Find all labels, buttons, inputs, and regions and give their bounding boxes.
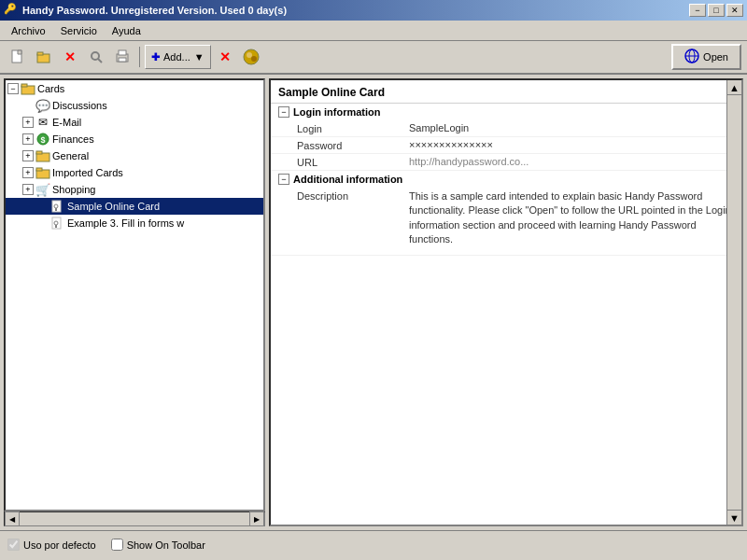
svg-rect-7 <box>119 58 126 62</box>
vscroll-track[interactable] <box>727 95 741 510</box>
hscroll-right[interactable]: ▶ <box>249 511 264 526</box>
section-login-label: Login information <box>293 106 380 118</box>
icon-discussions: 💬 <box>35 98 50 113</box>
show-on-toolbar-item[interactable]: Show On Toolbar <box>111 539 205 551</box>
right-panel: Sample Online Card − Login information L… <box>269 78 743 526</box>
tree-label-general: General <box>52 150 89 161</box>
main-area: − Cards 💬 Discussions + ✉ E-Mail <box>0 75 747 530</box>
toolbar-separator-1 <box>139 47 140 67</box>
tree-item-sample[interactable]: Sample Online Card <box>6 198 263 215</box>
svg-rect-24 <box>55 208 57 211</box>
tree-panel[interactable]: − Cards 💬 Discussions + ✉ E-Mail <box>4 78 265 511</box>
show-on-toolbar-label: Show On Toolbar <box>127 539 205 551</box>
add-dropdown-icon[interactable]: ▼ <box>194 51 204 63</box>
menu-ayuda[interactable]: Ayuda <box>105 23 148 38</box>
hscroll-track[interactable] <box>20 512 249 525</box>
show-on-toolbar-checkbox[interactable] <box>111 539 123 551</box>
svg-rect-15 <box>21 84 27 87</box>
section-additional-label: Additional information <box>293 174 402 185</box>
tree-item-cards[interactable]: − Cards <box>6 80 263 97</box>
app-icon: 🔑 <box>4 3 19 18</box>
svg-line-4 <box>98 59 102 63</box>
vscroll-bar[interactable]: ▲ ▼ <box>726 80 741 525</box>
tree-item-discussions[interactable]: 💬 Discussions <box>6 97 263 114</box>
open-icon <box>684 49 699 65</box>
tree-hscroll[interactable]: ◀ ▶ <box>4 511 265 526</box>
tree-item-imported[interactable]: + Imported Cards <box>6 164 263 181</box>
field-description-value: This is a sample card intended to explai… <box>409 189 734 247</box>
minimize-button[interactable]: − <box>689 4 706 17</box>
expand-login-icon[interactable]: − <box>278 106 289 118</box>
add-label: Add... <box>163 51 190 63</box>
use-by-default-item[interactable]: Uso por defecto <box>7 539 96 551</box>
menu-archivo[interactable]: Archivo <box>4 23 53 38</box>
print-button[interactable] <box>110 45 134 69</box>
field-description-label: Description <box>297 189 409 202</box>
card-title: Sample Online Card <box>271 80 741 104</box>
field-password-value: ×××××××××××××× <box>409 139 734 150</box>
tree-label-sample: Sample Online Card <box>67 201 160 212</box>
search-button[interactable] <box>84 45 108 69</box>
svg-point-10 <box>251 56 257 62</box>
icon-imported <box>35 165 50 180</box>
svg-point-9 <box>247 52 252 58</box>
title-bar-title: Handy Password. Unregistered Version. Us… <box>22 5 287 16</box>
section-login-header[interactable]: − Login information <box>271 104 741 120</box>
open-button[interactable]: Open <box>671 44 741 70</box>
field-url-label: URL <box>297 156 409 168</box>
expand-additional-icon[interactable]: − <box>278 174 289 185</box>
expand-finances[interactable]: + <box>22 133 34 145</box>
tree-item-example[interactable]: Example 3. Fill in forms w <box>6 215 263 231</box>
title-bar-buttons: − □ ✕ <box>689 4 743 17</box>
field-description: Description This is a sample card intend… <box>271 188 741 256</box>
delete-toolbar-button[interactable]: ✕ <box>58 45 82 69</box>
tree-label-shopping: Shopping <box>52 184 96 195</box>
expand-email[interactable]: + <box>22 117 34 128</box>
svg-rect-27 <box>55 225 57 228</box>
close-button[interactable]: ✕ <box>726 4 743 17</box>
vscroll-down[interactable]: ▼ <box>727 510 741 525</box>
use-by-default-checkbox[interactable] <box>7 539 20 551</box>
tree-item-finances[interactable]: + $ Finances <box>6 131 263 147</box>
tree-item-email[interactable]: + ✉ E-Mail <box>6 114 263 131</box>
section-additional-header[interactable]: − Additional information <box>271 171 741 188</box>
new-button[interactable] <box>6 45 30 69</box>
expand-imported[interactable]: + <box>22 167 34 178</box>
add-delete-button[interactable]: ✕ <box>213 45 237 69</box>
expand-shopping[interactable]: + <box>22 184 34 195</box>
maximize-button[interactable]: □ <box>708 4 725 17</box>
add-button[interactable]: ✚ Add... ▼ <box>145 45 211 69</box>
expand-general[interactable]: + <box>22 150 34 161</box>
title-bar: 🔑 Handy Password. Unregistered Version. … <box>0 0 747 21</box>
icon-email: ✉ <box>35 115 50 130</box>
field-login-label: Login <box>297 122 409 134</box>
tree-label-example: Example 3. Fill in forms w <box>67 217 184 229</box>
expand-cards[interactable]: − <box>7 83 19 94</box>
addon-button[interactable] <box>239 45 263 69</box>
tree-item-shopping[interactable]: + 🛒 Shopping <box>6 181 263 198</box>
svg-rect-21 <box>36 168 42 171</box>
field-url-value: http://handypassword.co... <box>409 156 734 167</box>
open-folder-button[interactable] <box>32 45 56 69</box>
folder-icon-cards <box>21 81 35 96</box>
icon-finances: $ <box>35 132 50 147</box>
add-icon: ✚ <box>151 51 160 63</box>
svg-point-3 <box>92 52 99 60</box>
icon-sample <box>50 199 65 214</box>
tree-label-email: E-Mail <box>52 117 81 128</box>
svg-rect-19 <box>36 151 42 154</box>
field-password-label: Password <box>297 139 409 151</box>
tree-label-imported: Imported Cards <box>52 167 123 178</box>
menu-servicio[interactable]: Servicio <box>53 23 105 38</box>
tree-item-general[interactable]: + General <box>6 147 263 164</box>
field-login-value: SampleLogin <box>409 122 734 133</box>
field-login: Login SampleLogin <box>271 120 741 137</box>
field-url: URL http://handypassword.co... <box>271 154 741 171</box>
vscroll-up[interactable]: ▲ <box>727 80 741 95</box>
hscroll-left[interactable]: ◀ <box>5 511 20 526</box>
tree-label-cards: Cards <box>37 83 64 94</box>
left-panel-container: − Cards 💬 Discussions + ✉ E-Mail <box>4 78 265 526</box>
icon-general <box>35 148 50 163</box>
open-label: Open <box>703 51 728 63</box>
toolbar: ✕ ✚ Add... ▼ ✕ <box>0 41 747 75</box>
